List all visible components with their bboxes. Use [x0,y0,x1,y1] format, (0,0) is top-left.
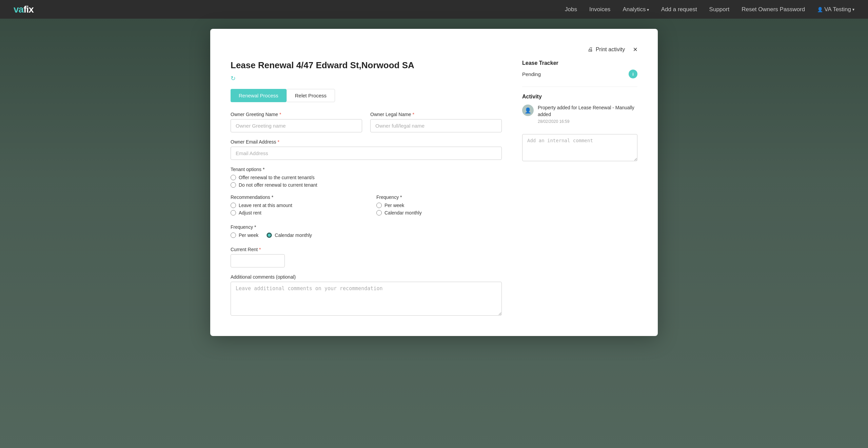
tab-renewal-process[interactable]: Renewal Process [231,89,287,102]
status-row: Pending i [522,70,637,78]
tenant-radio-2[interactable] [231,182,236,188]
owner-email-group: Owner Email Address * [231,139,502,160]
freq2-calendar-monthly[interactable]: Calendar monthly [267,232,312,238]
divider-1 [522,87,637,87]
owner-email-row: Owner Email Address * [231,139,502,160]
modal-overlay: 🖨 Print activity × Lease Renewal 4/47 Ed… [0,19,868,448]
owner-email-input[interactable] [231,147,502,160]
activity-time-0: 28/02/2020 16:59 [538,119,637,124]
activity-title: Activity [522,94,637,100]
nav-user[interactable]: VA Testing [817,6,854,13]
modal-header: 🖨 Print activity × [231,46,637,53]
frequency2-label: Frequency * [231,224,502,230]
activity-item-0: 👤 Property added for Lease Renewal - Man… [522,105,637,124]
internal-comment-input[interactable] [522,134,637,161]
tenant-option-2[interactable]: Do not offer renewal to current tenant [231,182,502,188]
recommendation-1[interactable]: Leave rent at this amount [231,203,356,208]
frequency-calendar-monthly[interactable]: Calendar monthly [376,210,502,216]
logo-va: va [14,4,23,15]
nav-add-request[interactable]: Add a request [661,6,697,13]
activity-avatar-0: 👤 [522,105,534,116]
tenant-options-label: Tenant options * [231,167,502,172]
owner-greeting-label: Owner Greeting Name * [231,112,362,117]
tab-group: Renewal Process Relet Process [231,89,502,102]
top-navigation: vafix Jobs Invoices Analytics Add a requ… [0,0,868,19]
freq2-per-week[interactable]: Per week [231,232,258,238]
owner-greeting-input[interactable] [231,119,362,132]
recommendation-radio-2[interactable] [231,210,236,216]
app-logo[interactable]: vafix [14,4,34,15]
frequency-per-week[interactable]: Per week [376,203,502,208]
owner-legal-label: Owner Legal Name * [370,112,502,117]
current-rent-group: Current Rent * 520 [231,247,502,267]
owner-email-label: Owner Email Address * [231,139,502,145]
nav-support[interactable]: Support [709,6,730,13]
current-rent-input[interactable]: 520 [231,254,285,267]
modal-sidebar: Lease Tracker Pending i Activity 👤 Prope… [522,60,637,316]
print-label: Print activity [596,46,625,53]
status-icon: i [629,70,637,78]
additional-comments-label: Additional comments (optional) [231,274,502,280]
nav-links: Jobs Invoices Analytics Add a request Su… [565,6,854,13]
nav-invoices[interactable]: Invoices [589,6,610,13]
owner-names-row: Owner Greeting Name * Owner Legal Name * [231,112,502,132]
freq2-radio-1[interactable] [231,232,236,238]
recommendations-group: Recommendations * Leave rent at this amo… [231,194,356,218]
additional-comments-textarea[interactable] [231,282,502,316]
tenant-option-1[interactable]: Offer renewal to the current tenant/s [231,175,502,180]
nav-analytics[interactable]: Analytics [623,6,649,13]
tenant-options-group: Tenant options * Offer renewal to the cu… [231,167,502,188]
additional-comments-group: Additional comments (optional) [231,274,502,316]
frequency2-inline: Per week Calendar monthly [231,232,502,240]
tenant-radio-1[interactable] [231,175,236,180]
frequency-radio-2[interactable] [376,210,382,216]
activity-text-0: Property added for Lease Renewal - Manua… [538,105,637,118]
owner-greeting-group: Owner Greeting Name * [231,112,362,132]
status-text: Pending [522,71,541,77]
modal-title: Lease Renewal 4/47 Edward St,Norwood SA [231,60,502,71]
modal-main: Lease Renewal 4/47 Edward St,Norwood SA … [231,60,502,316]
recommendations-label: Recommendations * [231,194,356,200]
recommendation-2[interactable]: Adjust rent [231,210,356,216]
modal-body: Lease Renewal 4/47 Edward St,Norwood SA … [231,60,637,316]
frequency-group: Frequency * Per week Calendar monthly [376,194,502,218]
nav-reset-password[interactable]: Reset Owners Password [742,6,805,13]
printer-icon: 🖨 [588,46,593,53]
modal-dialog: 🖨 Print activity × Lease Renewal 4/47 Ed… [210,29,658,336]
current-rent-label: Current Rent * [231,247,502,252]
recommendations-frequency-row: Recommendations * Leave rent at this amo… [231,194,502,218]
nav-jobs[interactable]: Jobs [565,6,577,13]
activity-content-0: Property added for Lease Renewal - Manua… [538,105,637,124]
frequency2-group: Frequency * Per week Calendar monthly [231,224,502,240]
close-button[interactable]: × [633,46,637,53]
frequency-radio-1[interactable] [376,203,382,208]
logo-fix: fix [23,4,34,15]
print-button[interactable]: 🖨 Print activity [588,46,625,53]
recommendation-radio-1[interactable] [231,203,236,208]
frequency-label: Frequency * [376,194,502,200]
refresh-icon[interactable]: ↻ [231,75,236,82]
lease-tracker-title: Lease Tracker [522,60,637,66]
owner-legal-group: Owner Legal Name * [370,112,502,132]
tab-relet-process[interactable]: Relet Process [287,89,335,102]
freq2-radio-2[interactable] [267,232,272,238]
owner-legal-input[interactable] [370,119,502,132]
